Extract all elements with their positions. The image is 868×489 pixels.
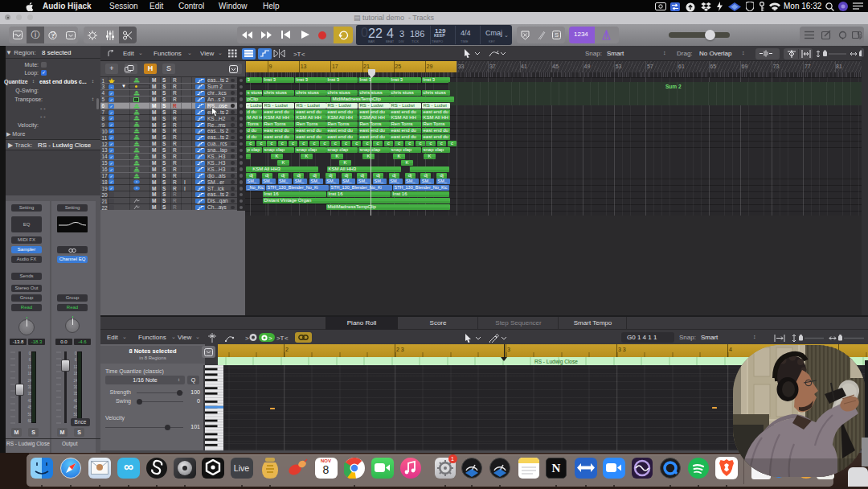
svg-text:˃: ˃ bbox=[268, 335, 272, 341]
svg-text:˃: ˃ bbox=[245, 335, 249, 342]
svg-text:S: S bbox=[555, 31, 559, 39]
svg-text:˂: ˂ bbox=[301, 51, 305, 58]
svg-text:?: ? bbox=[51, 33, 55, 39]
svg-text:T: T bbox=[297, 51, 301, 58]
svg-text:T: T bbox=[280, 335, 285, 342]
svg-text:˂: ˂ bbox=[285, 335, 289, 342]
